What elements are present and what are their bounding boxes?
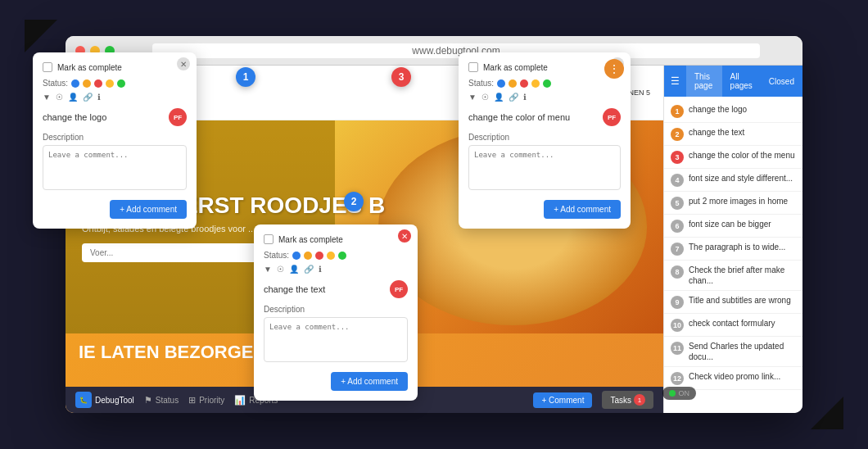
list-item[interactable]: 5 put 2 more images in home	[664, 192, 802, 215]
attach-icon-3[interactable]: 🔗	[509, 93, 518, 102]
item-text-6: font size can be bigger	[689, 219, 771, 229]
toolbar-logo: 🐛 DebugTool	[75, 392, 134, 408]
status-dot-yellow-2[interactable]	[327, 252, 335, 260]
info-icon-3[interactable]: ℹ	[523, 93, 527, 102]
annotation-marker-2[interactable]: 2	[344, 192, 364, 211]
person-icon[interactable]: 👤	[68, 93, 78, 102]
item-num-11: 11	[671, 342, 684, 355]
panel3-status-row: Status:	[468, 79, 621, 88]
status-dot-red[interactable]	[94, 79, 102, 88]
attach-icon-2[interactable]: 🔗	[304, 265, 314, 274]
panel2-textarea[interactable]	[264, 317, 408, 362]
tab-this-page[interactable]: This page	[686, 66, 722, 97]
panel-items: 1 change the logo 2 change the text 3 ch…	[664, 97, 802, 413]
panel2-header: Mark as complete	[264, 234, 408, 244]
status-dot-blue[interactable]	[71, 79, 79, 88]
panel2-description-label: Description	[264, 305, 408, 314]
tag-icon-2[interactable]: ☉	[277, 265, 284, 274]
panel1-add-comment-button[interactable]: + Add comment	[110, 200, 187, 219]
panel3-tools: ▼ ☉ 👤 🔗 ℹ	[468, 93, 621, 102]
attach-icon[interactable]: 🔗	[83, 93, 93, 102]
close-icon-1[interactable]: ✕	[177, 57, 190, 70]
status-dot-orange-3[interactable]	[509, 79, 517, 88]
panel1-avatar: PF	[169, 108, 187, 126]
list-item[interactable]: 1 change the logo	[664, 100, 802, 123]
comment-panel-2: ✕ Mark as complete Status: ▼ ☉ 👤 🔗 ℹ cha…	[254, 224, 418, 401]
status-dot-orange[interactable]	[83, 79, 91, 88]
item-num-7: 7	[671, 243, 684, 256]
person-icon-3[interactable]: 👤	[494, 93, 504, 102]
item-num-1: 1	[671, 105, 684, 118]
panel2-avatar: PF	[390, 280, 408, 298]
tab-closed[interactable]: Closed	[761, 70, 802, 93]
filter-icon-2[interactable]: ▼	[264, 265, 272, 274]
status-dot-blue-3[interactable]	[497, 79, 505, 88]
list-item[interactable]: 11 Send Charles the updated docu...	[664, 337, 802, 367]
status-dot-red-2[interactable]	[315, 252, 323, 260]
item-text-1: change the logo	[689, 104, 747, 115]
status-dot-yellow-3[interactable]	[531, 79, 540, 88]
status-dot-green-3[interactable]	[543, 79, 551, 88]
filter-icon[interactable]: ▼	[43, 93, 51, 102]
panel1-checkbox[interactable]	[43, 62, 52, 72]
panel2-checkbox[interactable]	[264, 234, 274, 244]
list-item[interactable]: 4 font size and style different...	[664, 169, 802, 192]
list-item[interactable]: 6 font size can be bigger	[664, 215, 802, 238]
status-dot-orange-2[interactable]	[304, 252, 312, 260]
toolbar-status[interactable]: ⚑ Status	[144, 395, 179, 406]
panel1-comment-text: change the logo PF	[43, 108, 187, 126]
status-dot-red-3[interactable]	[520, 79, 528, 88]
panel3-checkbox[interactable]	[468, 62, 478, 72]
panel3-textarea[interactable]	[468, 145, 621, 190]
tag-icon-3[interactable]: ☉	[481, 93, 489, 102]
list-item[interactable]: 2 change the text	[664, 123, 802, 146]
item-text-2: change the text	[689, 127, 744, 138]
item-num-3: 3	[671, 151, 684, 164]
on-label: ON	[679, 389, 690, 397]
annotation-marker-1[interactable]: 1	[236, 67, 255, 87]
panel2-add-comment-button[interactable]: + Add comment	[331, 372, 408, 391]
annotation-marker-3[interactable]: 3	[391, 67, 411, 87]
filter-icon-3[interactable]: ▼	[468, 93, 477, 102]
item-num-2: 2	[671, 128, 684, 141]
menu-dots-3[interactable]: ⋮	[604, 59, 624, 79]
info-icon-2[interactable]: ℹ	[319, 265, 322, 274]
toolbar-logo-icon: 🐛	[75, 392, 92, 408]
item-text-9: Title and subtitles are wrong	[689, 295, 791, 306]
tab-all-pages[interactable]: All pages	[722, 66, 761, 97]
browser-url[interactable]: www.debugtool.com	[152, 43, 760, 58]
status-dot-green-2[interactable]	[338, 252, 346, 260]
panel1-tools: ▼ ☉ 👤 🔗 ℹ	[43, 93, 187, 102]
item-num-9: 9	[671, 296, 684, 309]
item-text-4: font size and style different...	[689, 173, 793, 184]
list-item[interactable]: 9 Title and subtitles are wrong	[664, 291, 802, 314]
panel2-mark-label: Mark as complete	[278, 235, 343, 244]
panel-menu-icon[interactable]: ☰	[664, 69, 686, 93]
person-icon-2[interactable]: 👤	[289, 265, 299, 274]
panel2-status-row: Status:	[264, 251, 408, 260]
scene: www.debugtool.com broodje.nl ALTUID VERS…	[25, 20, 843, 429]
list-item[interactable]: 8 Check the brief after make chan...	[664, 261, 802, 291]
add-comment-button[interactable]: + Comment	[533, 392, 592, 408]
panel1-status-row: Status:	[43, 79, 187, 88]
list-item[interactable]: 10 check contact formulary	[664, 314, 802, 337]
item-text-3: change the color of the menu	[689, 150, 795, 161]
priority-icon: ⊞	[188, 395, 196, 406]
list-item[interactable]: 7 The paragraph is to wide...	[664, 238, 802, 261]
status-dot-green[interactable]	[117, 79, 125, 88]
list-item[interactable]: 3 change the color of the menu	[664, 146, 802, 169]
panel2-status-label: Status:	[264, 251, 289, 260]
panel1-textarea[interactable]	[43, 145, 187, 190]
panel3-status-label: Status:	[468, 79, 494, 88]
info-icon[interactable]: ℹ	[97, 93, 101, 102]
toolbar-priority[interactable]: ⊞ Priority	[188, 395, 224, 406]
item-num-8: 8	[671, 265, 684, 279]
tasks-button[interactable]: Tasks 1	[602, 391, 653, 409]
close-icon-2[interactable]: ✕	[398, 229, 411, 243]
panel1-mark-label: Mark as complete	[57, 63, 122, 72]
status-dot-yellow[interactable]	[106, 79, 114, 88]
status-dot-blue-2[interactable]	[292, 252, 301, 260]
panel3-add-comment-button[interactable]: + Add comment	[544, 200, 621, 219]
tasks-badge: 1	[634, 394, 645, 406]
tag-icon[interactable]: ☉	[56, 93, 63, 102]
